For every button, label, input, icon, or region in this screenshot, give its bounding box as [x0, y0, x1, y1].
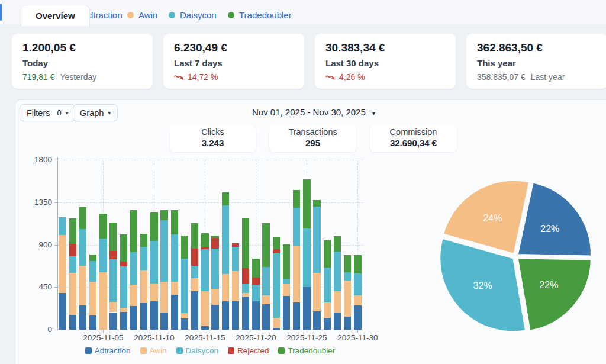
bar-segment-awin[interactable]	[354, 295, 362, 306]
network-share-pie-chart[interactable]: 22%22%32%24%	[429, 170, 602, 343]
bar-segment-tradedoubler[interactable]	[324, 240, 331, 268]
bar-segment-adtraction[interactable]	[150, 301, 158, 330]
bar-segment-adtraction[interactable]	[130, 306, 138, 330]
bar-segment-adtraction[interactable]	[191, 291, 199, 330]
bar-segment-tradedoubler[interactable]	[313, 200, 321, 207]
bar-segment-rejected[interactable]	[201, 247, 209, 249]
bar-segment-awin[interactable]	[273, 318, 281, 328]
bar-segment-rejected[interactable]	[211, 238, 219, 249]
bar-segment-daisycon[interactable]	[89, 261, 97, 282]
tab-overview[interactable]: Overview	[21, 5, 90, 26]
tab-daisycon[interactable]: Daisycon	[169, 5, 217, 25]
bar-segment-rejected[interactable]	[69, 244, 77, 257]
bar-segment-awin[interactable]	[140, 270, 148, 304]
bar-segment-adtraction[interactable]	[59, 293, 66, 330]
bar-segment-tradedoubler[interactable]	[334, 236, 341, 252]
bar-segment-tradedoubler[interactable]	[262, 223, 270, 267]
bar-segment-adtraction[interactable]	[79, 305, 87, 330]
bar-segment-adtraction[interactable]	[140, 303, 148, 330]
bar-segment-daisycon[interactable]	[191, 266, 199, 279]
bar-segment-daisycon[interactable]	[140, 247, 148, 270]
bar-segment-tradedoubler[interactable]	[344, 255, 352, 272]
bar-segment-tradedoubler[interactable]	[201, 233, 209, 248]
bar-segment-daisycon[interactable]	[262, 267, 270, 295]
bar-segment-awin[interactable]	[130, 285, 138, 306]
bar-segment-tradedoubler[interactable]	[242, 218, 250, 268]
bar-segment-daisycon[interactable]	[69, 256, 77, 272]
bar-segment-adtraction[interactable]	[344, 317, 352, 330]
bar-segment-tradedoubler[interactable]	[222, 192, 230, 205]
bar-segment-awin[interactable]	[293, 246, 301, 302]
graph-button[interactable]: Graph ▾	[73, 104, 118, 121]
bar-segment-awin[interactable]	[324, 302, 331, 318]
bar-segment-awin[interactable]	[232, 271, 240, 301]
bar-segment-adtraction[interactable]	[293, 302, 301, 330]
bar-segment-adtraction[interactable]	[181, 318, 189, 330]
bar-segment-awin[interactable]	[211, 289, 219, 305]
bar-segment-awin[interactable]	[171, 282, 179, 295]
bar-segment-awin[interactable]	[109, 302, 117, 313]
bar-segment-tradedoubler[interactable]	[79, 207, 87, 229]
bar-segment-tradedoubler[interactable]	[211, 236, 219, 238]
bar-segment-daisycon[interactable]	[344, 272, 352, 281]
bar-segment-adtraction[interactable]	[232, 301, 240, 330]
bar-segment-rejected[interactable]	[242, 268, 250, 284]
bar-segment-adtraction[interactable]	[313, 311, 321, 330]
bar-segment-awin[interactable]	[79, 266, 87, 305]
bar-segment-daisycon[interactable]	[130, 252, 138, 285]
bar-segment-rejected[interactable]	[120, 262, 128, 266]
bar-segment-daisycon[interactable]	[59, 217, 66, 234]
bar-segment-awin[interactable]	[160, 282, 168, 313]
bar-segment-adtraction[interactable]	[89, 315, 97, 330]
bar-segment-awin[interactable]	[344, 281, 352, 317]
bar-segment-tradedoubler[interactable]	[160, 210, 168, 221]
bar-segment-rejected[interactable]	[191, 249, 199, 266]
bar-segment-rejected[interactable]	[273, 249, 281, 253]
bar-segment-daisycon[interactable]	[283, 279, 291, 284]
bar-segment-daisycon[interactable]	[160, 220, 168, 282]
bar-segment-tradedoubler[interactable]	[140, 234, 148, 247]
bar-segment-daisycon[interactable]	[120, 266, 128, 307]
legend-item-tradedoubler[interactable]: Tradedoubler	[278, 346, 335, 355]
bar-segment-adtraction[interactable]	[69, 315, 77, 330]
bar-segment-daisycon[interactable]	[171, 234, 179, 282]
bar-segment-tradedoubler[interactable]	[89, 255, 97, 260]
bar-segment-rejected[interactable]	[232, 243, 240, 247]
bar-segment-adtraction[interactable]	[354, 305, 362, 330]
bar-segment-tradedoubler[interactable]	[120, 234, 128, 262]
bar-segment-daisycon[interactable]	[324, 268, 331, 302]
filters-button[interactable]: Filters 0 ▾	[20, 104, 76, 121]
bar-segment-awin[interactable]	[120, 308, 128, 312]
bar-segment-tradedoubler[interactable]	[99, 214, 107, 239]
bar-segment-tradedoubler[interactable]	[109, 223, 117, 251]
bar-segment-adtraction[interactable]	[211, 305, 219, 330]
bar-segment-adtraction[interactable]	[201, 326, 209, 330]
bar-segment-awin[interactable]	[262, 295, 270, 304]
bar-segment-tradedoubler[interactable]	[354, 255, 362, 273]
bar-segment-daisycon[interactable]	[79, 229, 87, 265]
bar-segment-adtraction[interactable]	[252, 301, 260, 330]
bar-segment-tradedoubler[interactable]	[303, 179, 311, 229]
bar-segment-adtraction[interactable]	[222, 301, 230, 330]
bar-segment-adtraction[interactable]	[262, 304, 270, 330]
bar-segment-daisycon[interactable]	[273, 253, 281, 318]
bar-segment-awin[interactable]	[59, 235, 66, 293]
pie-slice-tradedoubler[interactable]	[518, 258, 591, 330]
legend-item-daisycon[interactable]: Daisycon	[176, 346, 219, 355]
bar-segment-daisycon[interactable]	[99, 239, 107, 272]
bar-segment-rejected[interactable]	[252, 278, 260, 285]
bar-segment-adtraction[interactable]	[334, 313, 341, 330]
legend-item-rejected[interactable]: Rejected	[228, 346, 269, 355]
bar-segment-adtraction[interactable]	[324, 318, 331, 330]
bar-segment-tradedoubler[interactable]	[293, 190, 301, 208]
bar-segment-awin[interactable]	[181, 313, 189, 318]
bar-segment-daisycon[interactable]	[109, 259, 117, 302]
bar-segment-daisycon[interactable]	[242, 284, 250, 293]
bar-segment-rejected[interactable]	[109, 251, 117, 259]
bar-segment-awin[interactable]	[313, 273, 321, 311]
bar-segment-daisycon[interactable]	[303, 228, 311, 287]
bar-segment-awin[interactable]	[222, 274, 230, 301]
legend-item-adtraction[interactable]: Adtraction	[85, 346, 131, 355]
bar-segment-adtraction[interactable]	[109, 313, 117, 330]
date-range-picker[interactable]: Nov 01, 2025 - Nov 30, 2025 ▾	[237, 107, 391, 117]
